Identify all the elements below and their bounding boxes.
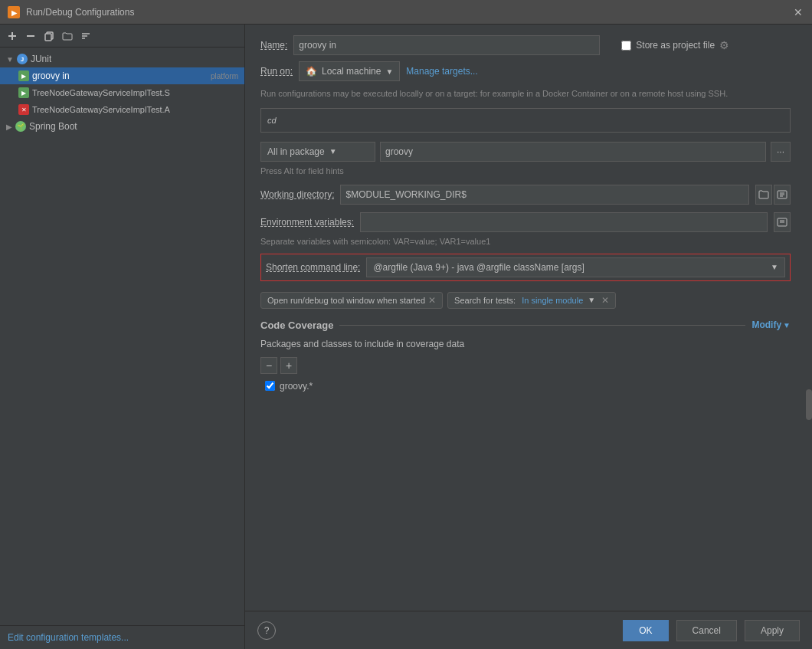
package-browse-button[interactable]: ··· [771, 142, 791, 162]
package-row: All in package ▼ ··· [260, 142, 791, 162]
run-on-dropdown[interactable]: 🏠 Local machine ▼ [299, 61, 400, 81]
shorten-row: Shorten command line: @argfile (Java 9+)… [260, 254, 791, 281]
title-bar: ▶ Run/Debug Configurations ✕ [0, 0, 812, 25]
run-on-row: Run on: 🏠 Local machine ▼ Manage targets… [260, 61, 791, 81]
groovy-config-label: groovy in [32, 70, 70, 81]
search-tests-arrow-icon[interactable]: ▼ [588, 296, 595, 304]
settings-gear-icon[interactable]: ⚙ [719, 39, 729, 51]
springboot-icon: 🌱 [15, 121, 26, 132]
run-on-label: Run on: [260, 66, 293, 77]
run-on-info: Run configurations may be executed local… [260, 87, 791, 100]
env-input[interactable] [360, 212, 768, 232]
search-tests-value[interactable]: In single module [522, 296, 583, 305]
cancel-button[interactable]: Cancel [676, 620, 737, 641]
left-panel: ▼ J JUnit ▶ groovy in platform ▶ TreeNod… [0, 25, 245, 649]
add-config-button[interactable] [5, 28, 20, 44]
search-tests-close[interactable]: ✕ [601, 295, 609, 306]
open-window-tag-close[interactable]: ✕ [428, 295, 436, 306]
test-pass-icon: ▶ [18, 87, 29, 98]
groovy-icon: ▶ [18, 70, 29, 81]
groovy-config-item[interactable]: ▶ groovy in platform [0, 67, 244, 84]
store-project-label: Store as project file [636, 40, 715, 51]
search-tests-prefix: Search for tests: [454, 296, 516, 305]
bottom-bar: ? OK Cancel Apply [245, 611, 812, 649]
coverage-item-label: groovy.* [280, 381, 313, 392]
springboot-group[interactable]: ▶ 🌱 Spring Boot [0, 118, 244, 135]
right-scrollbar[interactable] [806, 25, 812, 611]
store-project-checkbox[interactable] [621, 41, 631, 51]
package-input[interactable] [380, 142, 766, 162]
manage-targets-link[interactable]: Manage targets... [406, 66, 477, 77]
run-debug-dialog: ▶ Run/Debug Configurations ✕ [0, 0, 812, 649]
open-window-tag: Open run/debug tool window when started … [260, 292, 443, 309]
coverage-remove-button[interactable]: − [260, 357, 277, 374]
config-toolbar [0, 25, 244, 48]
app-icon: ▶ [8, 6, 20, 18]
test-fail-icon: ✕ [18, 104, 29, 115]
code-coverage-label: Code Coverage [260, 320, 333, 331]
coverage-add-button[interactable]: + [280, 357, 297, 374]
treenode1-item[interactable]: ▶ TreeNodeGatewayServiceImplTest.S [0, 84, 244, 101]
platform-badge: platform [211, 72, 244, 80]
code-coverage-header: Code Coverage Modify ▼ [260, 320, 791, 331]
coverage-item: groovy.* [260, 379, 791, 394]
local-machine-label: Local machine [322, 66, 381, 77]
shorten-arrow-icon: ▼ [771, 263, 778, 271]
help-button[interactable]: ? [257, 621, 276, 640]
config-form: Name: Store as project file ⚙ Run on: 🏠 [245, 25, 806, 611]
right-panel: Name: Store as project file ⚙ Run on: 🏠 [245, 25, 812, 649]
dir-buttons [755, 185, 791, 205]
treenode2-label: TreeNodeGatewayServiceImplTest.A [32, 105, 170, 114]
package-dropdown-label: All in package [267, 146, 325, 157]
ok-button[interactable]: OK [623, 620, 668, 641]
scrollable-area[interactable]: cd [260, 108, 791, 133]
env-row: Environment variables: [260, 212, 791, 232]
env-edit-button[interactable] [774, 212, 791, 232]
junit-icon: J [17, 54, 28, 64]
remove-config-button[interactable] [23, 28, 38, 44]
open-window-tag-label: Open run/debug tool window when started [267, 296, 425, 305]
junit-chevron: ▼ [6, 55, 14, 64]
coverage-desc: Packages and classes to include in cover… [260, 339, 791, 349]
modify-link[interactable]: Modify ▼ [751, 320, 791, 330]
dir-variables-button[interactable] [774, 185, 791, 205]
search-tests-tag: Search for tests: In single module ▼ ✕ [447, 292, 616, 309]
local-machine-icon: 🏠 [306, 66, 317, 77]
package-dropdown-arrow-icon: ▼ [329, 147, 337, 156]
apply-button[interactable]: Apply [745, 620, 800, 641]
env-hint: Separate variables with semicolon: VAR=v… [260, 237, 791, 246]
shorten-dropdown[interactable]: @argfile (Java 9+) - java @argfile class… [366, 257, 785, 277]
scroll-content: cd [267, 116, 277, 125]
working-dir-input[interactable] [340, 185, 749, 205]
section-divider [339, 325, 745, 326]
treenode2-item[interactable]: ✕ TreeNodeGatewayServiceImplTest.A [0, 101, 244, 118]
sort-config-button[interactable] [78, 28, 93, 44]
config-tree: ▼ J JUnit ▶ groovy in platform ▶ TreeNod… [0, 48, 244, 625]
springboot-chevron: ▶ [6, 123, 12, 131]
working-dir-label: Working directory: [260, 189, 334, 200]
edit-templates-link[interactable]: Edit configuration templates... [0, 625, 244, 649]
close-button[interactable]: ✕ [792, 6, 804, 18]
alt-hint: Press Alt for field hints [260, 166, 791, 175]
modify-label: Modify [751, 320, 781, 330]
window-controls: ✕ [792, 6, 804, 18]
treenode1-label: TreeNodeGatewayServiceImplTest.S [32, 88, 170, 97]
coverage-checkbox[interactable] [265, 381, 275, 391]
test-kind-dropdown[interactable]: All in package ▼ [260, 142, 375, 162]
junit-group-label: JUnit [31, 54, 51, 64]
dir-browse-button[interactable] [755, 185, 772, 205]
folder-config-button[interactable] [60, 28, 75, 44]
tags-row: Open run/debug tool window when started … [260, 292, 791, 309]
shorten-label: Shorten command line: [266, 262, 360, 273]
right-scrollbar-thumb [806, 389, 812, 420]
junit-group[interactable]: ▼ J JUnit [0, 51, 244, 67]
working-dir-row: Working directory: [260, 185, 791, 205]
modify-arrow-icon: ▼ [783, 321, 791, 329]
name-input[interactable] [293, 35, 600, 55]
copy-config-button[interactable] [41, 28, 57, 44]
run-on-chevron-icon: ▼ [385, 67, 393, 76]
name-section: Name: Store as project file ⚙ [260, 35, 791, 55]
env-label: Environment variables: [260, 217, 354, 228]
svg-rect-6 [45, 34, 51, 41]
right-panel-inner: Name: Store as project file ⚙ Run on: 🏠 [245, 25, 812, 611]
